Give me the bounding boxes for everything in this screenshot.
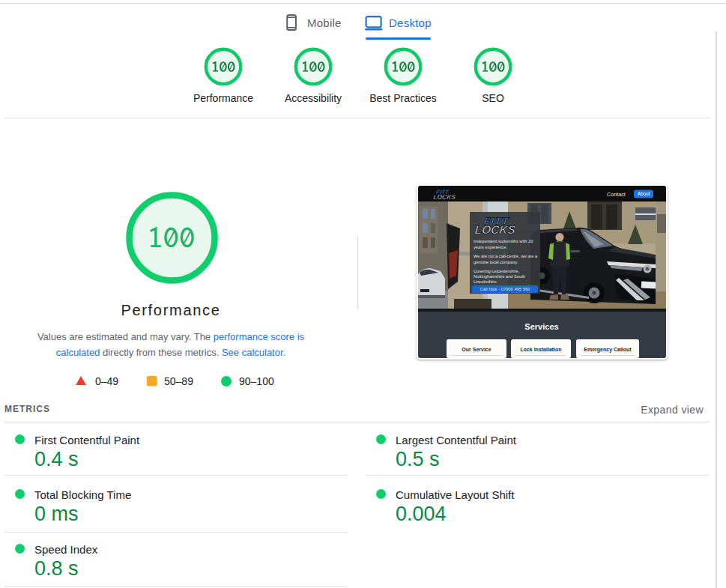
- svg-text:Call Nick - 07900 495 960: Call Nick - 07900 495 960: [480, 287, 530, 291]
- svg-text:Lincolnshire.: Lincolnshire.: [474, 279, 497, 284]
- svg-text:Our Service: Our Service: [462, 347, 491, 352]
- svg-text:We are not a call-centre, we a: We are not a call-centre, we are a: [474, 254, 538, 258]
- svg-text:Covering Leicestershire,: Covering Leicestershire,: [474, 269, 520, 273]
- svg-text:Services: Services: [524, 322, 558, 331]
- svg-text:LOCKS: LOCKS: [474, 224, 517, 237]
- svg-text:About: About: [638, 191, 650, 196]
- svg-text:Independent locksmiths with 20: Independent locksmiths with 20: [474, 239, 533, 243]
- svg-text:Contact: Contact: [607, 191, 626, 198]
- svg-text:genuine local company.: genuine local company.: [474, 260, 518, 264]
- svg-text:years experience.: years experience.: [474, 245, 507, 249]
- svg-text:Emergency Callout: Emergency Callout: [584, 347, 632, 353]
- svg-text:LOCKS: LOCKS: [433, 194, 456, 201]
- svg-text:Nottinghamshire and South: Nottinghamshire and South: [474, 274, 525, 279]
- svg-text:Lock Installation: Lock Installation: [520, 347, 561, 352]
